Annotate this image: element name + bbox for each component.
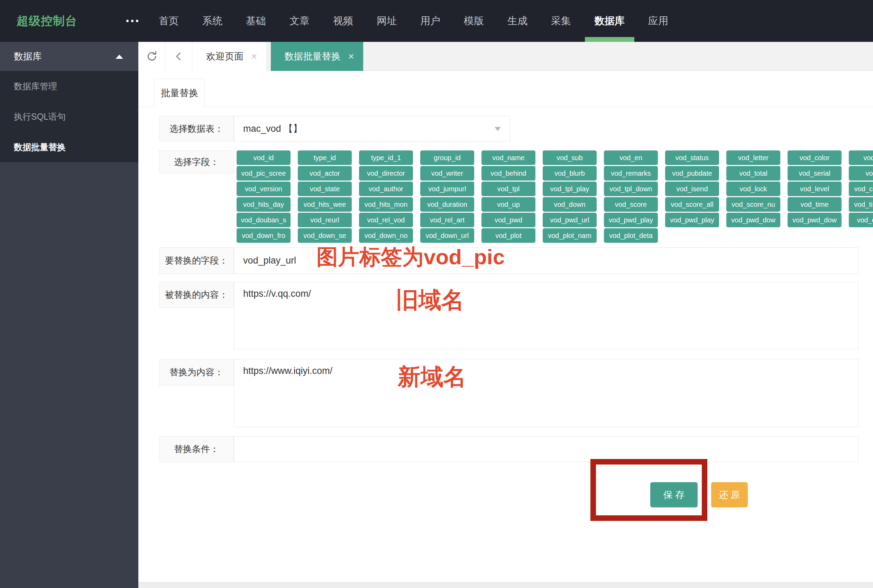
field-button[interactable]: vod_content	[849, 213, 873, 227]
field-button[interactable]: vod_hits_mon	[359, 197, 413, 212]
field-button[interactable]: vod_plot_deta	[604, 228, 658, 243]
nav-item[interactable]: 采集	[539, 0, 583, 42]
field-button[interactable]: vod_tv	[849, 166, 873, 180]
field-button[interactable]: vod_pwd_play	[604, 213, 658, 227]
field-button[interactable]: vod_director	[359, 166, 413, 180]
nav-item[interactable]: 生成	[496, 0, 539, 42]
field-button[interactable]: vod_lock	[726, 182, 780, 196]
close-icon[interactable]: ×	[251, 51, 257, 62]
field-button[interactable]: vod_down_se	[298, 228, 352, 243]
horizontal-scrollbar[interactable]	[138, 582, 873, 588]
save-button[interactable]: 保 存	[650, 482, 698, 507]
field-button[interactable]: vod_copyright	[849, 182, 873, 196]
field-button[interactable]: vod_time	[788, 197, 842, 212]
field-button[interactable]: vod_state	[298, 182, 352, 196]
field-button[interactable]: vod_blurb	[543, 166, 597, 180]
field-button[interactable]: vod_score_all	[665, 197, 719, 212]
tab[interactable]: 数据批量替换×	[271, 42, 364, 71]
field-button[interactable]: vod_pwd_dow	[788, 213, 842, 227]
search-content-textarea[interactable]: https://v.qq.com/	[234, 282, 858, 350]
nav-item[interactable]: 首页	[147, 0, 190, 42]
replace-field-value: vod_play_url	[243, 255, 296, 266]
field-button[interactable]: vod_rel_art	[420, 213, 474, 227]
nav-item[interactable]: 系统	[190, 0, 234, 42]
tab[interactable]: 欢迎页面×	[192, 42, 267, 71]
field-button[interactable]: vod_rel_vod	[359, 213, 413, 227]
nav-item[interactable]: 模版	[452, 0, 496, 42]
field-button[interactable]: vod_up	[482, 197, 536, 212]
field-button[interactable]: vod_actor	[298, 166, 352, 180]
field-button[interactable]: vod_pwd_play	[665, 213, 719, 227]
table-select-value: mac_vod 【】	[243, 123, 302, 134]
field-button[interactable]: vod_level	[788, 182, 842, 196]
field-button[interactable]: vod_writer	[420, 166, 474, 180]
replace-field-input[interactable]: vod_play_url	[234, 247, 858, 274]
field-button[interactable]: vod_tpl	[482, 182, 536, 196]
field-button-grid: vod_idtype_idtype_id_1group_idvod_namevo…	[237, 150, 873, 244]
close-icon[interactable]: ×	[348, 51, 354, 62]
field-button[interactable]: vod_hits_wee	[298, 197, 352, 212]
field-button[interactable]: vod_behind	[482, 166, 536, 180]
nav-item[interactable]: 文章	[278, 0, 321, 42]
field-button[interactable]: vod_total	[726, 166, 780, 180]
field-button[interactable]: vod_pwd_dow	[726, 213, 780, 227]
field-button[interactable]: vod_author	[359, 182, 413, 196]
field-button[interactable]: vod_name	[482, 150, 536, 165]
field-button[interactable]: vod_en	[604, 150, 658, 165]
field-button[interactable]: vod_down_fro	[237, 228, 291, 243]
replace-content-value: https://www.iqiyi.com/	[243, 366, 332, 376]
nav-item[interactable]: 数据库	[583, 0, 636, 42]
field-button[interactable]: vod_sub	[543, 150, 597, 165]
tab-batch-replace[interactable]: 批量替换	[154, 78, 205, 107]
nav-item[interactable]: 基础	[234, 0, 278, 42]
field-button[interactable]: vod_hits_day	[237, 197, 291, 212]
refresh-button[interactable]	[138, 42, 165, 71]
replace-content-textarea[interactable]: https://www.iqiyi.com/	[234, 359, 858, 427]
field-button[interactable]: vod_time_add	[849, 197, 873, 212]
field-button[interactable]: vod_pubdate	[665, 166, 719, 180]
field-button[interactable]: vod_tpl_play	[543, 182, 597, 196]
field-button[interactable]: vod_down	[543, 197, 597, 212]
back-button[interactable]	[165, 42, 192, 71]
field-button[interactable]: vod_pwd_url	[543, 213, 597, 227]
field-button[interactable]: vod_score	[604, 197, 658, 212]
restore-button[interactable]: 还 原	[711, 482, 748, 507]
field-button[interactable]: vod_plot_nam	[543, 228, 597, 243]
sidebar-item[interactable]: 数据批量替换	[0, 132, 138, 162]
field-button[interactable]: vod_down_url	[420, 228, 474, 243]
sidebar-section-database[interactable]: 数据库	[0, 42, 138, 71]
nav-item[interactable]: 应用	[636, 0, 680, 42]
field-button[interactable]: group_id	[420, 150, 474, 165]
more-menu-icon[interactable]	[126, 20, 138, 22]
sidebar-item[interactable]: 执行SQL语句	[0, 101, 138, 132]
nav-item[interactable]: 网址	[365, 0, 408, 42]
field-button[interactable]: vod_douban_s	[237, 213, 291, 227]
field-button[interactable]: type_id	[298, 150, 352, 165]
condition-input[interactable]	[234, 436, 858, 462]
field-button[interactable]: vod_color	[788, 150, 842, 165]
field-button[interactable]: vod_pwd	[482, 213, 536, 227]
nav-item[interactable]: 视频	[321, 0, 365, 42]
nav-item[interactable]: 用户	[408, 0, 452, 42]
field-button[interactable]: vod_score_nu	[726, 197, 780, 212]
field-button[interactable]: vod_serial	[788, 166, 842, 180]
field-button[interactable]: vod_jumpurl	[420, 182, 474, 196]
field-button[interactable]: type_id_1	[359, 150, 413, 165]
app-logo: 超级控制台	[16, 0, 77, 42]
field-button[interactable]: vod_version	[237, 182, 291, 196]
field-button[interactable]: vod_duration	[420, 197, 474, 212]
field-button[interactable]: vod_isend	[665, 182, 719, 196]
page-tabstrip: 批量替换	[138, 78, 873, 107]
field-button[interactable]: vod_pic_scree	[237, 166, 291, 180]
sidebar-item[interactable]: 数据库管理	[0, 71, 138, 101]
table-select[interactable]: mac_vod 【】	[234, 116, 510, 141]
field-button[interactable]: vod_status	[665, 150, 719, 165]
field-button[interactable]: vod_down_no	[359, 228, 413, 243]
field-button[interactable]: vod_letter	[726, 150, 780, 165]
field-button[interactable]: vod_tag	[849, 150, 873, 165]
field-button[interactable]: vod_reurl	[298, 213, 352, 227]
field-button[interactable]: vod_remarks	[604, 166, 658, 180]
field-button[interactable]: vod_plot	[482, 228, 536, 243]
field-button[interactable]: vod_id	[237, 150, 291, 165]
field-button[interactable]: vod_tpl_down	[604, 182, 658, 196]
